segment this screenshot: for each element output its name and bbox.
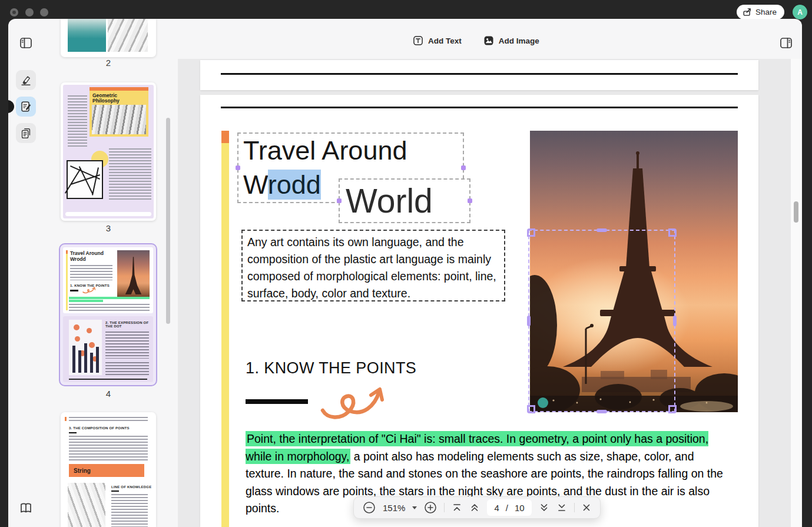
pages-tool-button[interactable]	[16, 123, 36, 143]
thumb3-footer-pill	[65, 212, 151, 216]
zoom-out-button[interactable]	[363, 501, 376, 514]
add-image-button[interactable]: Add Image	[483, 35, 539, 47]
selection-handle-bottom-left[interactable]	[527, 405, 535, 413]
thumbnail-page-4-selected[interactable]: Travel Around Wrodd 1. KNOW THE POINTS	[59, 243, 157, 386]
world-textbox[interactable]: World	[339, 178, 470, 223]
textbox-handle-left[interactable]	[337, 198, 342, 203]
heading-underline	[246, 399, 308, 404]
pdf-page: Travel Around Wrodd World Any art contai…	[200, 95, 758, 527]
note-edit-icon	[19, 100, 32, 113]
textbox-handle-left[interactable]	[236, 165, 240, 170]
reading-mode-icon[interactable]	[19, 501, 33, 515]
app-window: 2 Geometric Philosophy	[8, 19, 802, 527]
thumbnail-page-4-label: 4	[61, 389, 156, 399]
annotate-tool-button[interactable]	[16, 97, 36, 117]
share-button[interactable]: Share	[737, 5, 784, 19]
thumb4-top-page: Travel Around Wrodd 1. KNOW THE POINTS	[63, 247, 153, 313]
share-icon	[742, 7, 752, 17]
world-text: World	[340, 180, 469, 222]
thumb4-bottom-page: 2. THE EXPRESSION OF THE DOT	[63, 316, 153, 382]
intro-paragraph: Any art contains its own language, and t…	[247, 236, 496, 300]
selection-handle-top-left[interactable]	[527, 228, 535, 237]
selected-text: rodd	[268, 170, 321, 200]
screen: Share A	[0, 0, 812, 527]
selection-handle-top[interactable]	[596, 228, 607, 232]
page-separator: /	[506, 503, 508, 513]
selection-handle-left[interactable]	[527, 316, 531, 326]
separator	[444, 503, 445, 512]
zoom-level-value[interactable]: 151%	[383, 503, 405, 513]
thumb5-dash2	[111, 490, 119, 492]
window-close-button[interactable]	[10, 8, 18, 16]
zoom-dropdown-caret[interactable]	[412, 506, 417, 509]
selection-handle-bottom[interactable]	[596, 410, 607, 413]
previous-page-button[interactable]	[469, 502, 480, 513]
text-skeleton	[109, 148, 151, 200]
thumb4-highlight-lines	[69, 297, 150, 303]
thumb5-subheading: LINE OF KNOWLEDGE	[111, 485, 151, 489]
thumb3-wave-image	[92, 105, 146, 134]
thumb3-heading: Geometric Philosophy	[92, 93, 145, 104]
thumbnail-panel-scrollbar[interactable]	[166, 118, 170, 324]
canvas-scrollbar-track	[791, 59, 802, 527]
thumb5-grayscale-image	[68, 483, 105, 527]
text-skeleton	[105, 332, 149, 359]
textbox-handle-right[interactable]	[461, 165, 466, 170]
thumbnail-page-5[interactable]: 3. THE COMPOSITION OF POINTS String LINE…	[61, 412, 156, 527]
text-skeleton	[69, 304, 150, 311]
image-selection-box[interactable]	[528, 230, 675, 412]
thumb5-dash	[69, 432, 77, 433]
page-navigator-toolbar: 151%	[353, 496, 601, 519]
document-canvas: Travel Around Wrodd World Any art contai…	[178, 59, 791, 527]
thumb5-orange-tick	[65, 417, 67, 421]
thumb4-section2-heading: 2. THE EXPRESSION OF THE DOT	[105, 321, 149, 328]
edge-notch	[8, 100, 14, 113]
highlighter-tool-button[interactable]	[16, 70, 36, 90]
thumb3-page: Geometric Philosophy	[63, 85, 154, 218]
accent-bar-yellow	[221, 143, 229, 527]
text-skeleton	[70, 265, 112, 280]
add-text-icon	[412, 35, 424, 47]
user-avatar[interactable]: A	[793, 5, 807, 19]
thumbnail-page-3[interactable]: Geometric Philosophy	[61, 82, 156, 221]
intro-paragraph-box[interactable]: Any art contains its own language, and t…	[241, 230, 505, 301]
thumbnail-page-2[interactable]	[61, 19, 156, 57]
share-label: Share	[755, 8, 777, 16]
previous-page-rule	[221, 73, 738, 75]
thumb3-line-art	[67, 160, 103, 199]
orange-squiggle-arrow	[318, 374, 400, 423]
add-image-icon	[483, 35, 495, 47]
doc-title-line1: Travel Around	[238, 134, 463, 168]
selection-handle-bottom-right[interactable]	[668, 405, 677, 413]
thumb4-heading: Travel Around Wrodd	[70, 251, 107, 262]
canvas-scrollbar-thumb[interactable]	[794, 201, 798, 223]
right-sidebar-toggle-icon[interactable]	[779, 36, 793, 50]
selection-handle-right[interactable]	[673, 316, 677, 326]
window-zoom-button[interactable]	[40, 8, 48, 16]
page-top-rule	[221, 107, 738, 108]
zoom-in-button[interactable]	[424, 501, 437, 514]
add-text-button[interactable]: Add Text	[412, 35, 462, 47]
thumb5-string-box: String	[69, 464, 144, 477]
thumb4-dash	[70, 290, 78, 291]
selection-handle-top-right[interactable]	[668, 228, 677, 237]
text-skeleton	[111, 494, 148, 527]
close-navigator-button[interactable]	[582, 503, 591, 512]
total-pages: 10	[515, 503, 525, 513]
text-skeleton	[68, 95, 87, 148]
thumb3-yellow-box: Geometric Philosophy	[90, 91, 148, 137]
page-number-input[interactable]: 4 / 10	[487, 499, 531, 516]
thumb5-heading: 3. THE COMPOSITION OF POINTS	[69, 426, 130, 430]
thumb4-bottom-rule	[69, 379, 147, 380]
text-skeleton	[69, 417, 148, 422]
thumb2-grayscale-image	[108, 19, 148, 52]
window-minimize-button[interactable]	[25, 8, 34, 16]
next-page-button[interactable]	[539, 502, 549, 513]
canvas-toolbar: Add Text Add Image	[412, 35, 539, 47]
left-sidebar-toggle-icon[interactable]	[19, 36, 33, 50]
thumb2-teal-block	[68, 19, 106, 52]
first-page-button[interactable]	[452, 502, 462, 513]
textbox-handle-right[interactable]	[468, 198, 472, 203]
last-page-button[interactable]	[556, 502, 567, 513]
previous-page-bottom	[200, 60, 758, 90]
